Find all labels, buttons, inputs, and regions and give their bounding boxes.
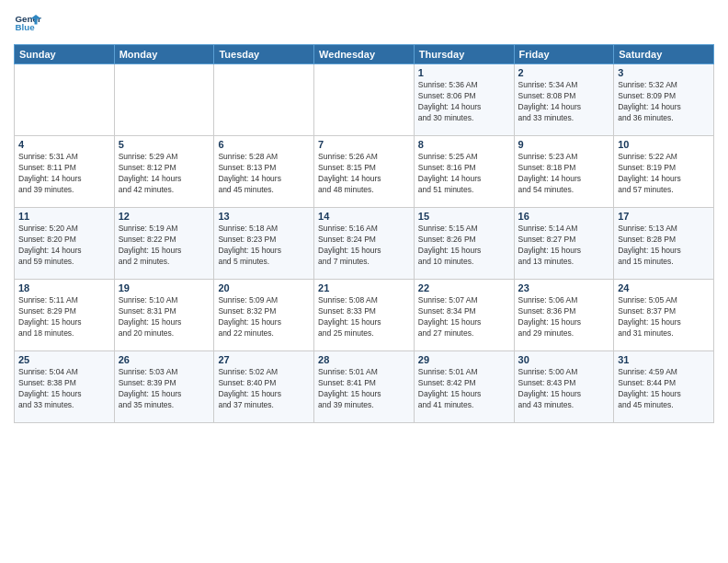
col-header-sunday: Sunday bbox=[15, 45, 115, 64]
day-info: Sunrise: 5:00 AM Sunset: 8:43 PM Dayligh… bbox=[518, 367, 610, 411]
day-cell: 28Sunrise: 5:01 AM Sunset: 8:41 PM Dayli… bbox=[314, 351, 415, 423]
day-number: 18 bbox=[18, 282, 110, 293]
day-cell: 27Sunrise: 5:02 AM Sunset: 8:40 PM Dayli… bbox=[214, 351, 314, 423]
day-info: Sunrise: 5:10 AM Sunset: 8:31 PM Dayligh… bbox=[119, 295, 210, 339]
day-number: 22 bbox=[418, 282, 510, 293]
day-cell: 31Sunrise: 4:59 AM Sunset: 8:44 PM Dayli… bbox=[614, 351, 714, 423]
day-cell: 30Sunrise: 5:00 AM Sunset: 8:43 PM Dayli… bbox=[514, 351, 614, 423]
col-header-friday: Friday bbox=[514, 45, 614, 64]
day-number: 26 bbox=[119, 354, 210, 365]
day-cell: 15Sunrise: 5:15 AM Sunset: 8:26 PM Dayli… bbox=[414, 208, 514, 280]
day-cell bbox=[15, 64, 115, 136]
day-info: Sunrise: 5:18 AM Sunset: 8:23 PM Dayligh… bbox=[218, 224, 310, 268]
calendar-page: General Blue SundayMondayTuesdayWednesda… bbox=[0, 0, 728, 563]
header: General Blue bbox=[14, 9, 714, 37]
day-info: Sunrise: 5:01 AM Sunset: 8:41 PM Dayligh… bbox=[318, 367, 410, 411]
day-info: Sunrise: 5:11 AM Sunset: 8:29 PM Dayligh… bbox=[18, 295, 110, 339]
week-row-4: 18Sunrise: 5:11 AM Sunset: 8:29 PM Dayli… bbox=[15, 280, 714, 351]
day-cell: 22Sunrise: 5:07 AM Sunset: 8:34 PM Dayli… bbox=[414, 280, 514, 351]
day-number: 31 bbox=[618, 354, 710, 365]
logo: General Blue bbox=[14, 9, 41, 37]
day-number: 13 bbox=[218, 211, 310, 222]
day-info: Sunrise: 5:31 AM Sunset: 8:11 PM Dayligh… bbox=[18, 152, 110, 196]
day-number: 3 bbox=[618, 67, 710, 78]
day-info: Sunrise: 5:08 AM Sunset: 8:33 PM Dayligh… bbox=[318, 295, 410, 339]
day-info: Sunrise: 5:13 AM Sunset: 8:28 PM Dayligh… bbox=[618, 224, 710, 268]
day-number: 28 bbox=[318, 354, 410, 365]
day-info: Sunrise: 5:19 AM Sunset: 8:22 PM Dayligh… bbox=[119, 224, 210, 268]
day-cell: 24Sunrise: 5:05 AM Sunset: 8:37 PM Dayli… bbox=[614, 280, 714, 351]
day-number: 1 bbox=[418, 67, 510, 78]
day-number: 15 bbox=[418, 211, 510, 222]
day-cell: 20Sunrise: 5:09 AM Sunset: 8:32 PM Dayli… bbox=[214, 280, 314, 351]
day-cell: 4Sunrise: 5:31 AM Sunset: 8:11 PM Daylig… bbox=[15, 136, 115, 208]
week-row-3: 11Sunrise: 5:20 AM Sunset: 8:20 PM Dayli… bbox=[15, 208, 714, 280]
day-cell bbox=[314, 64, 415, 136]
day-info: Sunrise: 5:22 AM Sunset: 8:19 PM Dayligh… bbox=[618, 152, 710, 196]
day-number: 27 bbox=[218, 354, 310, 365]
day-info: Sunrise: 5:02 AM Sunset: 8:40 PM Dayligh… bbox=[218, 367, 310, 411]
day-info: Sunrise: 5:29 AM Sunset: 8:12 PM Dayligh… bbox=[119, 152, 210, 196]
day-number: 17 bbox=[618, 211, 710, 222]
day-number: 19 bbox=[119, 282, 210, 293]
day-cell: 8Sunrise: 5:25 AM Sunset: 8:16 PM Daylig… bbox=[414, 136, 514, 208]
day-info: Sunrise: 5:23 AM Sunset: 8:18 PM Dayligh… bbox=[518, 152, 610, 196]
day-number: 29 bbox=[418, 354, 510, 365]
day-info: Sunrise: 5:28 AM Sunset: 8:13 PM Dayligh… bbox=[218, 152, 310, 196]
day-cell: 3Sunrise: 5:32 AM Sunset: 8:09 PM Daylig… bbox=[614, 64, 714, 136]
day-cell: 11Sunrise: 5:20 AM Sunset: 8:20 PM Dayli… bbox=[15, 208, 115, 280]
day-info: Sunrise: 5:25 AM Sunset: 8:16 PM Dayligh… bbox=[418, 152, 510, 196]
day-info: Sunrise: 5:14 AM Sunset: 8:27 PM Dayligh… bbox=[518, 224, 610, 268]
col-header-monday: Monday bbox=[114, 45, 214, 64]
day-number: 6 bbox=[218, 139, 310, 150]
day-info: Sunrise: 5:07 AM Sunset: 8:34 PM Dayligh… bbox=[418, 295, 510, 339]
day-info: Sunrise: 5:05 AM Sunset: 8:37 PM Dayligh… bbox=[618, 295, 710, 339]
day-info: Sunrise: 5:06 AM Sunset: 8:36 PM Dayligh… bbox=[518, 295, 610, 339]
day-cell: 21Sunrise: 5:08 AM Sunset: 8:33 PM Dayli… bbox=[314, 280, 415, 351]
day-info: Sunrise: 5:32 AM Sunset: 8:09 PM Dayligh… bbox=[618, 80, 710, 124]
day-number: 30 bbox=[518, 354, 610, 365]
svg-text:Blue: Blue bbox=[16, 22, 36, 32]
day-cell: 7Sunrise: 5:26 AM Sunset: 8:15 PM Daylig… bbox=[314, 136, 415, 208]
day-info: Sunrise: 5:09 AM Sunset: 8:32 PM Dayligh… bbox=[218, 295, 310, 339]
day-info: Sunrise: 5:15 AM Sunset: 8:26 PM Dayligh… bbox=[418, 224, 510, 268]
col-header-thursday: Thursday bbox=[414, 45, 514, 64]
day-cell bbox=[114, 64, 214, 136]
day-number: 24 bbox=[618, 282, 710, 293]
day-cell: 9Sunrise: 5:23 AM Sunset: 8:18 PM Daylig… bbox=[514, 136, 614, 208]
day-cell bbox=[214, 64, 314, 136]
day-cell: 19Sunrise: 5:10 AM Sunset: 8:31 PM Dayli… bbox=[114, 280, 214, 351]
day-number: 5 bbox=[119, 139, 210, 150]
header-row: SundayMondayTuesdayWednesdayThursdayFrid… bbox=[15, 45, 714, 64]
col-header-tuesday: Tuesday bbox=[214, 45, 314, 64]
day-number: 7 bbox=[318, 139, 410, 150]
day-number: 11 bbox=[18, 211, 110, 222]
day-info: Sunrise: 5:26 AM Sunset: 8:15 PM Dayligh… bbox=[318, 152, 410, 196]
day-number: 20 bbox=[218, 282, 310, 293]
col-header-saturday: Saturday bbox=[614, 45, 714, 64]
day-info: Sunrise: 5:16 AM Sunset: 8:24 PM Dayligh… bbox=[318, 224, 410, 268]
day-info: Sunrise: 5:03 AM Sunset: 8:39 PM Dayligh… bbox=[119, 367, 210, 411]
day-cell: 29Sunrise: 5:01 AM Sunset: 8:42 PM Dayli… bbox=[414, 351, 514, 423]
day-info: Sunrise: 5:34 AM Sunset: 8:08 PM Dayligh… bbox=[518, 80, 610, 124]
week-row-2: 4Sunrise: 5:31 AM Sunset: 8:11 PM Daylig… bbox=[15, 136, 714, 208]
day-cell: 1Sunrise: 5:36 AM Sunset: 8:06 PM Daylig… bbox=[414, 64, 514, 136]
day-cell: 14Sunrise: 5:16 AM Sunset: 8:24 PM Dayli… bbox=[314, 208, 415, 280]
day-number: 23 bbox=[518, 282, 610, 293]
calendar-table: SundayMondayTuesdayWednesdayThursdayFrid… bbox=[14, 44, 714, 423]
day-cell: 16Sunrise: 5:14 AM Sunset: 8:27 PM Dayli… bbox=[514, 208, 614, 280]
day-number: 25 bbox=[18, 354, 110, 365]
day-cell: 2Sunrise: 5:34 AM Sunset: 8:08 PM Daylig… bbox=[514, 64, 614, 136]
day-number: 21 bbox=[318, 282, 410, 293]
day-number: 4 bbox=[18, 139, 110, 150]
day-cell: 23Sunrise: 5:06 AM Sunset: 8:36 PM Dayli… bbox=[514, 280, 614, 351]
week-row-5: 25Sunrise: 5:04 AM Sunset: 8:38 PM Dayli… bbox=[15, 351, 714, 423]
day-info: Sunrise: 5:36 AM Sunset: 8:06 PM Dayligh… bbox=[418, 80, 510, 124]
day-cell: 10Sunrise: 5:22 AM Sunset: 8:19 PM Dayli… bbox=[614, 136, 714, 208]
day-cell: 18Sunrise: 5:11 AM Sunset: 8:29 PM Dayli… bbox=[15, 280, 115, 351]
day-info: Sunrise: 4:59 AM Sunset: 8:44 PM Dayligh… bbox=[618, 367, 710, 411]
week-row-1: 1Sunrise: 5:36 AM Sunset: 8:06 PM Daylig… bbox=[15, 64, 714, 136]
day-cell: 12Sunrise: 5:19 AM Sunset: 8:22 PM Dayli… bbox=[114, 208, 214, 280]
col-header-wednesday: Wednesday bbox=[314, 45, 415, 64]
day-info: Sunrise: 5:01 AM Sunset: 8:42 PM Dayligh… bbox=[418, 367, 510, 411]
